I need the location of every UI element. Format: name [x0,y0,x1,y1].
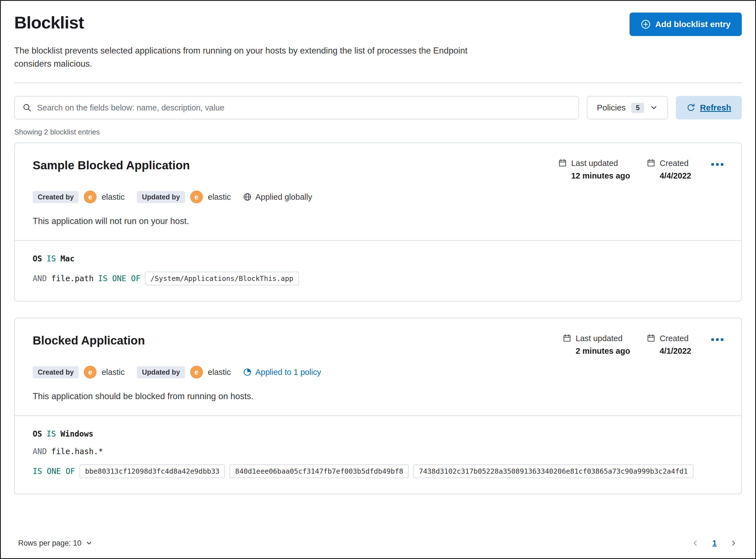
pagination: 1 [691,539,738,547]
calendar-icon [563,334,571,343]
entry-criteria: OS IS Windows AND file.hash.* IS ONE OF … [15,416,741,494]
chevron-down-icon [85,539,93,547]
condition-value: bbe80313cf12098d3fc4d8a42e9dbb33 [80,465,225,478]
policies-count-badge: 5 [631,103,644,113]
updated-by-badge: Updated by [137,366,185,378]
created-meta: Created 4/1/2022 [647,334,691,356]
created-by-badge: Created by [33,191,79,203]
is-operator: IS [47,429,56,439]
refresh-label: Refresh [700,103,731,112]
scope-label: Applied to 1 policy [256,367,321,377]
condition-value: /System/Applications/BlockThis.app [145,272,299,285]
last-updated-label: Last updated [571,159,630,168]
entry-description: This application should be blocked from … [33,392,723,401]
scope-label: Applied globally [256,193,312,202]
entry-actions-menu-button[interactable] [710,159,723,166]
calendar-icon [558,159,567,168]
last-updated-value: 12 minutes ago [571,171,630,180]
next-page-button[interactable] [730,539,738,547]
globe-icon [243,193,252,201]
showing-entries-count: Showing 2 blocklist entries [14,128,742,136]
condition-field: file.hash.* [51,447,103,456]
updated-by-badge: Updated by [137,191,185,203]
created-by-group: Created by e elastic [33,366,125,379]
updated-by-group: Updated by e elastic [137,191,231,203]
refresh-button[interactable]: Refresh [676,96,742,119]
avatar: e [84,191,96,203]
and-keyword: AND [33,447,47,456]
condition-operator: IS ONE OF [98,274,141,283]
rows-per-page-label: Rows per page: 10 [18,539,82,547]
search-input[interactable] [37,103,570,112]
avatar: e [190,191,203,203]
last-updated-meta: Last updated 12 minutes ago [558,159,630,180]
os-field: OS [33,254,42,263]
entry-description: This application will not run on your ho… [33,216,723,226]
updated-by-username: elastic [208,367,231,377]
condition-value: 840d1eee06baa05cf3147fb7ef003b5dfdb49bf8 [230,465,409,478]
card-top: Sample Blocked Application Last updated … [15,143,741,240]
and-keyword: AND [33,274,47,283]
entry-meta: Last updated 12 minutes ago Created [558,159,723,180]
created-value: 4/1/2022 [660,346,691,356]
created-label: Created [660,159,691,168]
page-number-1[interactable]: 1 [712,539,717,547]
entry-meta: Last updated 2 minutes ago Created [563,334,723,356]
created-value: 4/4/2022 [660,171,691,180]
created-by-username: elastic [102,193,125,202]
avatar: e [84,366,96,379]
search-box[interactable] [14,96,579,119]
previous-page-button[interactable] [691,539,699,547]
card-top: Blocked Application Last updated 2 minut… [15,318,741,415]
criteria-field-line: AND file.hash.* [33,447,723,456]
entry-actions-menu-button[interactable] [710,334,723,341]
entry-attribution-row: Created by e elastic Updated by e elasti… [33,191,723,203]
page-header: Blocklist Add blocklist entry [14,13,742,36]
last-updated-meta: Last updated 2 minutes ago [563,334,630,356]
policies-filter-button[interactable]: Policies 5 [587,96,668,119]
blocklist-entry-card: Blocked Application Last updated 2 minut… [14,318,742,494]
blocklist-page: Blocklist Add blocklist entry The blockl… [1,1,755,558]
calendar-icon [647,159,655,168]
policy-scope-icon [243,368,252,376]
calendar-icon [647,334,655,343]
rows-per-page-button[interactable]: Rows per page: 10 [18,539,93,547]
refresh-icon [687,103,695,112]
criteria-os-line: OS IS Mac [33,254,723,263]
entry-title: Sample Blocked Application [33,159,558,172]
entry-title: Blocked Application [33,334,563,347]
created-by-group: Created by e elastic [33,191,125,203]
add-blocklist-entry-label: Add blocklist entry [655,20,731,29]
last-updated-label: Last updated [576,334,630,343]
policies-filter-label: Policies [597,103,626,112]
search-icon [23,103,31,112]
avatar: e [190,366,203,379]
updated-by-group: Updated by e elastic [137,366,231,379]
header-divider [14,83,742,83]
last-updated-value: 2 minutes ago [576,346,630,356]
os-value: Mac [60,254,74,263]
page-description: The blocklist prevents selected applicat… [14,44,483,70]
chevron-down-icon [650,104,658,112]
list-footer: Rows per page: 10 1 [14,532,742,547]
condition-operator: IS ONE OF [33,467,75,476]
entry-criteria: OS IS Mac AND file.path IS ONE OF /Syste… [15,241,741,301]
created-label: Created [660,334,691,343]
updated-by-username: elastic [208,193,231,202]
applied-globally-indicator: Applied globally [243,193,312,202]
add-blocklist-entry-button[interactable]: Add blocklist entry [629,13,742,36]
toolbar: Policies 5 Refresh [14,96,742,119]
condition-field: file.path [51,274,94,283]
applied-to-policy-link[interactable]: Applied to 1 policy [243,367,321,377]
criteria-condition-line: AND file.path IS ONE OF /System/Applicat… [33,272,723,285]
created-by-badge: Created by [33,366,79,378]
os-value: Windows [60,429,93,439]
is-operator: IS [47,254,56,263]
page-title: Blocklist [14,13,84,32]
entry-attribution-row: Created by e elastic Updated by e elasti… [33,366,723,379]
created-by-username: elastic [102,367,125,377]
criteria-os-line: OS IS Windows [33,429,723,439]
plus-in-circle-icon [641,19,651,29]
created-meta: Created 4/4/2022 [647,159,691,180]
condition-value: 7438d3102c317b05228a350891363340206e81cf… [413,465,693,478]
